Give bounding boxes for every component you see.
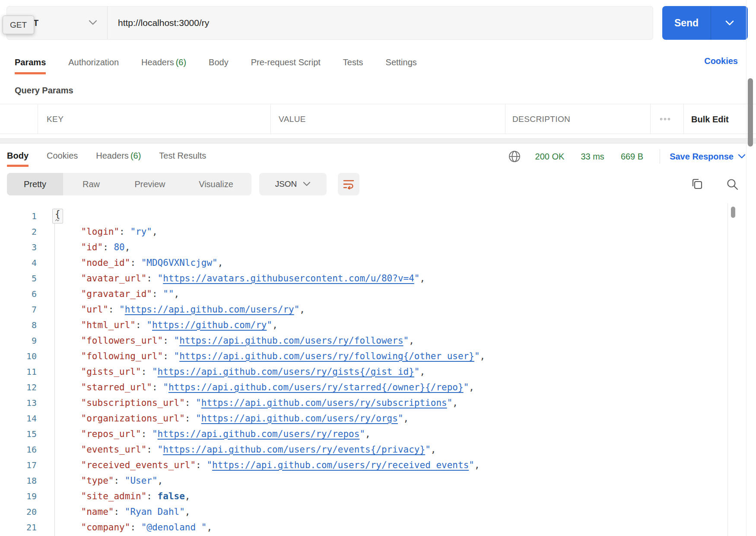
response-link[interactable]: https://api.github.com/users/ry/starred{… — [168, 382, 464, 392]
postman-window: GET http://localhost:3000/ry GET Send Pa… — [0, 0, 756, 536]
response-link[interactable]: https://github.com/ry — [152, 320, 267, 330]
code-line: 8 "html_url": "https://github.com/ry", — [0, 317, 727, 333]
mode-pretty[interactable]: Pretty — [7, 173, 63, 195]
bulk-edit-button[interactable]: Bulk Edit — [691, 104, 729, 134]
response-link[interactable]: https://api.github.com/users/ry/received… — [212, 460, 469, 470]
tab-pre-request-script[interactable]: Pre-request Script — [251, 57, 321, 69]
response-tab-headers[interactable]: Headers(6) — [96, 151, 141, 163]
code-text: "site_admin": false, — [55, 491, 190, 501]
save-response-button[interactable]: Save Response — [670, 152, 746, 162]
chevron-down-icon — [303, 182, 311, 187]
fold-gutter[interactable] — [37, 302, 55, 317]
response-tab-test-results[interactable]: Test Results — [159, 151, 206, 163]
headers-count-badge: (6) — [130, 151, 141, 160]
send-label[interactable]: Send — [662, 6, 711, 40]
fold-gutter[interactable] — [37, 255, 55, 271]
line-number: 7 — [0, 304, 37, 315]
response-link[interactable]: https://api.github.com/users/ry/follower… — [179, 335, 403, 346]
tab-body[interactable]: Body — [209, 57, 229, 69]
response-tab-body[interactable]: Body — [7, 151, 29, 163]
code-text: "id": 80, — [55, 242, 130, 252]
response-link[interactable]: https://avatars.githubusercontent.com/u/… — [163, 273, 414, 284]
tab-params[interactable]: Params — [15, 57, 46, 69]
tab-headers[interactable]: Headers(6) — [141, 57, 186, 69]
code-text: "organizations_url": "https://api.github… — [55, 413, 409, 424]
response-link[interactable]: https://api.github.com/users/ry/repos — [158, 429, 360, 439]
language-value: JSON — [275, 179, 297, 189]
search-icon — [726, 178, 739, 191]
response-time: 33 ms — [581, 152, 604, 162]
fold-gutter[interactable] — [37, 286, 55, 302]
code-text: "login": "ry", — [55, 227, 158, 237]
code-line: 21 "company": "@denoland ", — [0, 520, 727, 535]
fold-gutter[interactable] — [37, 348, 55, 364]
response-viewer-toolbar: Pretty Raw Preview Visualize JSON — [7, 173, 739, 195]
fold-gutter[interactable] — [37, 426, 55, 442]
response-tab-cookies[interactable]: Cookies — [47, 151, 78, 163]
code-text: "node_id": "MDQ6VXNlcjgw", — [55, 258, 223, 268]
code-text: "starred_url": "https://api.github.com/u… — [55, 382, 474, 392]
column-divider — [505, 104, 505, 134]
save-response-label: Save Response — [670, 152, 734, 162]
window-scrollbar-thumb[interactable] — [748, 78, 753, 147]
wrap-lines-button[interactable] — [338, 173, 359, 195]
send-options-button[interactable] — [711, 6, 748, 40]
line-number: 13 — [0, 398, 37, 408]
line-number: 10 — [0, 351, 37, 361]
fold-gutter[interactable] — [37, 442, 55, 457]
mode-visualize[interactable]: Visualize — [181, 173, 251, 195]
response-link[interactable]: https://api.github.com/users/ry/followin… — [179, 351, 474, 361]
language-dropdown[interactable]: JSON — [259, 173, 327, 195]
response-body-code[interactable]: 1{2 "login": "ry",3 "id": 80,4 "node_id"… — [0, 208, 727, 536]
response-link[interactable]: https://api.github.com/users/ry — [125, 304, 294, 315]
fold-gutter[interactable] — [37, 364, 55, 380]
fold-gutter[interactable] — [37, 239, 55, 255]
fold-gutter[interactable] — [37, 488, 55, 504]
code-text: "gravatar_id": "", — [55, 289, 179, 299]
fold-gutter[interactable] — [37, 333, 55, 348]
tab-tests[interactable]: Tests — [343, 57, 363, 69]
fold-gutter[interactable] — [37, 457, 55, 473]
code-scrollbar[interactable] — [727, 203, 740, 536]
response-link[interactable]: https://api.github.com/users/ry/orgs — [201, 413, 398, 424]
tab-settings[interactable]: Settings — [386, 57, 417, 69]
fold-gutter[interactable] — [37, 317, 55, 333]
cookies-link[interactable]: Cookies — [704, 56, 738, 66]
mode-raw[interactable]: Raw — [63, 173, 119, 195]
headers-count-badge: (6) — [176, 57, 186, 67]
response-link[interactable]: https://api.github.com/users/ry/events{/… — [163, 444, 425, 455]
network-globe-icon[interactable] — [508, 150, 521, 163]
status-badge: 200 OK — [535, 152, 565, 162]
url-input[interactable]: http://localhost:3000/ry — [108, 6, 653, 39]
more-options-icon[interactable] — [660, 118, 670, 120]
fold-gutter[interactable] — [37, 395, 55, 411]
fold-gutter[interactable] — [37, 504, 55, 520]
fold-gutter[interactable] — [37, 271, 55, 286]
fold-gutter[interactable] — [37, 520, 55, 535]
tab-label: Params — [15, 57, 46, 67]
tab-authorization[interactable]: Authorization — [68, 57, 119, 69]
window-scrollbar-track — [746, 0, 746, 536]
code-line: 17 "received_events_url": "https://api.g… — [0, 457, 727, 473]
query-params-table: KEY VALUE DESCRIPTION Bulk Edit — [0, 104, 756, 134]
search-button[interactable] — [726, 178, 739, 191]
response-link[interactable]: https://api.github.com/users/ry/gists{/g… — [158, 367, 414, 377]
code-scrollbar-thumb[interactable] — [731, 207, 735, 218]
tab-label: Settings — [386, 57, 417, 67]
fold-gutter[interactable] — [37, 411, 55, 426]
copy-icon — [690, 178, 703, 191]
send-button[interactable]: Send — [662, 6, 748, 40]
fold-gutter[interactable] — [37, 380, 55, 395]
line-number: 16 — [0, 444, 37, 455]
fold-marker[interactable]: { — [52, 209, 63, 223]
fold-gutter[interactable] — [37, 473, 55, 488]
mode-preview[interactable]: Preview — [119, 173, 181, 195]
code-line: 2 "login": "ry", — [0, 224, 727, 239]
fold-gutter[interactable] — [37, 224, 55, 239]
tab-label: Body — [209, 57, 229, 67]
copy-button[interactable] — [690, 178, 703, 191]
chevron-down-icon — [88, 19, 98, 26]
response-link[interactable]: https://api.github.com/users/ry/subscrip… — [201, 398, 447, 408]
line-number: 17 — [0, 460, 37, 470]
column-divider — [650, 104, 651, 134]
